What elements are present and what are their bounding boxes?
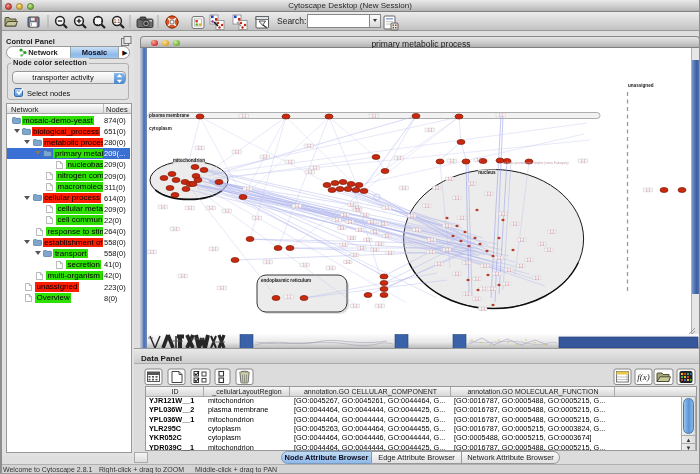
svg-text:[..]: [..] xyxy=(425,204,429,208)
svg-text:[..]: [..] xyxy=(350,203,354,207)
svg-text:[..]: [..] xyxy=(366,238,370,242)
svg-text:[..]: [..] xyxy=(373,248,377,252)
svg-text:[..]: [..] xyxy=(343,213,347,217)
svg-text:[..]: [..] xyxy=(370,220,374,224)
svg-text:nucleus: nucleus xyxy=(478,170,496,175)
svg-text:[..]: [..] xyxy=(445,248,449,252)
svg-text:[..]: [..] xyxy=(470,182,474,186)
svg-text:[..]: [..] xyxy=(363,213,367,217)
svg-text:[..]: [..] xyxy=(430,238,434,242)
svg-text:[..]: [..] xyxy=(353,253,357,257)
svg-text:[..]: [..] xyxy=(507,268,511,272)
svg-text:[..]: [..] xyxy=(356,208,360,212)
svg-text:[..]: [..] xyxy=(445,224,449,228)
svg-text:[...]: [...] xyxy=(209,206,213,210)
svg-text:[..]: [..] xyxy=(527,258,531,262)
svg-text:cytoplasm: cytoplasm xyxy=(149,126,172,131)
svg-text:[..]: [..] xyxy=(513,222,517,226)
svg-text:[..]: [..] xyxy=(505,282,509,286)
svg-text:[...]: [...] xyxy=(287,295,291,299)
svg-text:[..]: [..] xyxy=(437,262,441,266)
svg-text:[...]: [...] xyxy=(212,247,216,251)
svg-text:[...]: [...] xyxy=(335,218,339,222)
svg-text:[..]: [..] xyxy=(429,250,433,254)
svg-text:[..]: [..] xyxy=(346,260,350,264)
svg-text:[..]: [..] xyxy=(448,177,452,181)
svg-text:[..]: [..] xyxy=(385,234,389,238)
svg-text:[..]: [..] xyxy=(550,230,554,234)
svg-text:[...]: [...] xyxy=(353,304,357,308)
svg-text:[...]: [...] xyxy=(266,260,270,264)
svg-text:[...]: [...] xyxy=(220,286,224,290)
svg-text:[..]: [..] xyxy=(373,230,377,234)
svg-text:[...]: [...] xyxy=(173,227,177,231)
svg-text:[...]: [...] xyxy=(428,128,432,132)
svg-text:[..]: [..] xyxy=(519,264,523,268)
svg-text:[..]: [..] xyxy=(465,261,469,265)
svg-text:unassigned: unassigned xyxy=(628,83,654,88)
svg-text:[...]: [...] xyxy=(255,216,259,220)
svg-text:[...]: [...] xyxy=(372,114,376,118)
svg-text:[...]: [...] xyxy=(161,205,165,209)
svg-text:[...]: [...] xyxy=(482,287,486,291)
svg-text:[...]: [...] xyxy=(308,170,312,174)
svg-text:[..]: [..] xyxy=(495,272,499,276)
svg-text:[...]: [...] xyxy=(295,204,299,208)
svg-text:endoplasmic reticulum: endoplasmic reticulum xyxy=(261,278,311,283)
svg-text:[..]: [..] xyxy=(342,243,346,247)
svg-text:[...]: [...] xyxy=(313,166,317,170)
svg-text:[..]: [..] xyxy=(455,196,459,200)
svg-text:[...]: [...] xyxy=(402,186,406,190)
svg-text:[..]: [..] xyxy=(435,186,439,190)
svg-text:f(x): f(x) xyxy=(637,372,650,382)
svg-text:[..]: [..] xyxy=(501,212,505,216)
svg-text:[..]: [..] xyxy=(378,242,382,246)
svg-text:[...]: [...] xyxy=(581,159,585,163)
svg-text:[..]: [..] xyxy=(465,292,469,296)
svg-text:plasma membrane: plasma membrane xyxy=(149,113,190,118)
svg-text:[..]: [..] xyxy=(410,214,414,218)
svg-text:[..]: [..] xyxy=(483,264,487,268)
svg-text:[..]: [..] xyxy=(415,228,419,232)
svg-text:[..]: [..] xyxy=(487,192,491,196)
svg-text:[..]: [..] xyxy=(535,276,539,280)
svg-text:[...]: [...] xyxy=(246,187,250,191)
svg-text:[...]: [...] xyxy=(329,266,333,270)
svg-text:[..]: [..] xyxy=(547,248,551,252)
svg-text:[..]: [..] xyxy=(358,228,362,232)
svg-text:[..]: [..] xyxy=(497,256,501,260)
svg-text:[...]: [...] xyxy=(198,146,202,150)
svg-text:mitochondrion: mitochondrion xyxy=(173,158,205,163)
svg-text:1:1: 1:1 xyxy=(114,19,121,24)
svg-text:[...]: [...] xyxy=(378,304,382,308)
svg-text:[...]: [...] xyxy=(303,263,307,267)
svg-text:[...]: [...] xyxy=(397,156,401,160)
svg-text:[...]: [...] xyxy=(150,250,154,254)
svg-text:[...]: [...] xyxy=(288,160,292,164)
svg-text:[...]: [...] xyxy=(385,206,389,210)
svg-text:[..]: [..] xyxy=(481,307,485,311)
svg-text:[..]: [..] xyxy=(350,236,354,240)
svg-text:[..]: [..] xyxy=(381,222,385,226)
svg-text:[..]: [..] xyxy=(490,287,494,291)
svg-text:[...]: [...] xyxy=(477,158,481,162)
svg-text:[..]: [..] xyxy=(388,251,392,255)
svg-text:[..]: [..] xyxy=(460,216,464,220)
svg-text:[...]: [...] xyxy=(263,155,267,159)
svg-text:[..]: [..] xyxy=(455,272,459,276)
svg-text:[..]: [..] xyxy=(475,297,479,301)
svg-text:[..]: [..] xyxy=(520,238,524,242)
svg-text:[...]: [...] xyxy=(225,209,229,213)
svg-text:[...]: [...] xyxy=(242,114,246,118)
svg-text:[...]: [...] xyxy=(181,274,185,278)
svg-text:[...]: [...] xyxy=(188,206,192,210)
svg-text:[...]: [...] xyxy=(499,113,503,117)
svg-text:[..]: [..] xyxy=(340,226,344,230)
svg-text:[...]: [...] xyxy=(450,159,454,163)
svg-text:[..]: [..] xyxy=(475,277,479,281)
svg-text:[...]: [...] xyxy=(646,188,650,192)
svg-text:[..]: [..] xyxy=(348,220,352,224)
svg-text:nucleolus proteasome complex (: nucleolus proteasome complex (sensu Euka… xyxy=(502,161,569,165)
svg-text:[..]: [..] xyxy=(360,246,364,250)
svg-text:[...]: [...] xyxy=(307,144,311,148)
